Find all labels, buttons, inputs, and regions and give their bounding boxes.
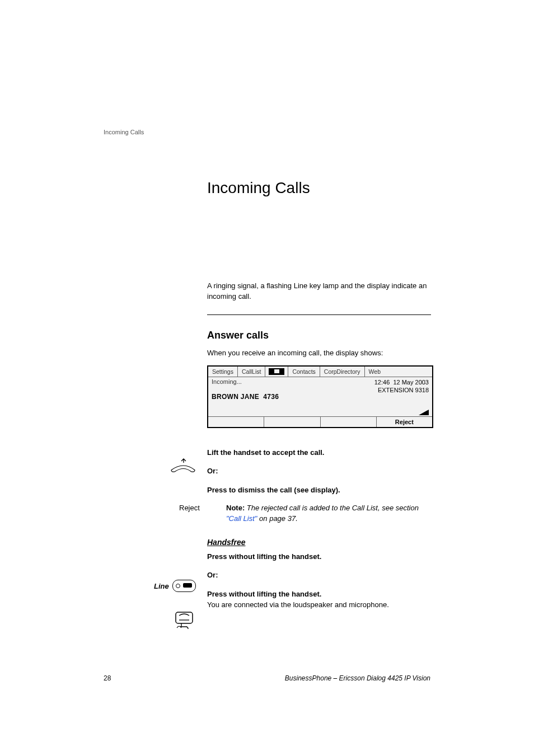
menu-contacts: Contacts [288,368,319,375]
instr-press-speaker-sub: You are connected via the loudspeaker an… [207,600,389,609]
footer-product: BusinessPhone – Ericsson Dialog 4425 IP … [285,674,430,682]
or-label-2: Or: [207,571,218,579]
display-softkey-row: Reject [208,416,432,427]
note-body: The rejected call is added to the Call L… [247,504,419,512]
note-label: Note: [226,504,245,512]
loudspeaker-icon [174,610,196,632]
menu-web: Web [365,368,385,375]
display-intro-text: When you receive an incoming call, the d… [207,348,431,359]
display-right-info: 12:46 12 May 2003 EXTENSION 9318 [374,378,429,395]
instr-or-1: Or: [207,466,431,477]
display-body: Incoming... 12:46 12 May 2003 EXTENSION … [208,377,432,416]
running-header: Incoming Calls [104,129,144,135]
instr-lift-handset: Lift the handset to accept the call. [207,447,431,458]
page-title: Incoming Calls [207,179,431,197]
note-link-calllist[interactable]: "Call List" [226,514,257,523]
phone-display: Settings CallList Contacts CorpDirectory… [207,365,433,428]
or-label-1: Or: [207,467,218,475]
softkey-reject: Reject [377,417,432,427]
message-indicator-icon [269,368,284,375]
handset-icon [168,458,196,476]
display-extension: EXTENSION 9318 [378,387,429,393]
display-caller-name: BROWN JANE [212,393,259,401]
menu-settings: Settings [208,368,237,375]
section-heading-answer: Answer calls [207,330,431,341]
instr-press-line: Press without lifting the handset. [207,551,431,562]
display-time: 12:46 [374,379,390,386]
line-label-text: Line [154,582,169,590]
instr-press-speaker: Press without lifting the handset. You a… [207,589,431,611]
note-block: Note: The rejected call is added to the … [226,503,431,524]
menu-corpdirectory: CorpDirectory [320,368,364,375]
section-divider [207,314,431,315]
softkey-1 [208,417,264,427]
volume-icon [419,410,429,415]
handsfree-heading: Handsfree [207,538,431,547]
display-menu-row: Settings CallList Contacts CorpDirectory… [208,367,432,377]
line-key-label: Line [154,580,196,592]
softkey-3 [321,417,377,427]
instr-lift-text: Lift the handset to accept the call. [207,448,324,457]
instr-or-2: Or: [207,570,431,581]
display-date: 12 May 2003 [393,379,429,386]
instr-reject: Press to dismiss the call (see display). [207,485,431,496]
note-tail: on page 37. [257,514,297,523]
instr-press-speaker-text: Press without lifting the handset. [207,590,321,598]
softkey-2 [264,417,320,427]
menu-calllist: CallList [238,368,265,375]
intro-paragraph: A ringing signal, a flashing Line key la… [207,281,431,302]
instr-reject-text: Press to dismiss the call (see display). [207,486,340,494]
svg-marker-0 [419,410,429,415]
line-key-icon [172,580,196,592]
display-caller-number: 4736 [263,393,279,401]
reject-gutter-label: Reject [179,504,200,512]
page-number: 28 [104,674,111,682]
instr-press-line-text: Press without lifting the handset. [207,552,321,561]
main-content: Incoming Calls A ringing signal, a flash… [207,179,431,618]
